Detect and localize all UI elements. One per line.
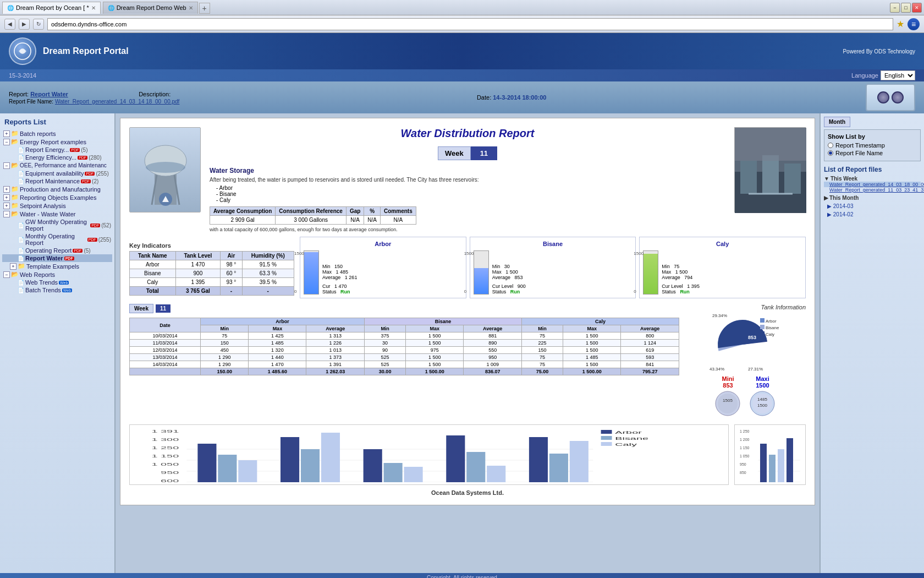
month-button[interactable]: Month (824, 117, 850, 127)
sidebar-item-energy-efficiency[interactable]: 📄 Energy Efficiency... PDF (280) (2, 154, 112, 161)
tank-info-title: Tank Information (685, 304, 806, 310)
svg-text:1505: 1505 (723, 398, 733, 403)
radio-timestamp[interactable]: Report Timestamp (828, 142, 917, 149)
active-tab[interactable]: 🌐 Dream Report by Ocean [ * ✕ (2, 2, 101, 14)
file-name-label: Report File Name: (9, 99, 53, 105)
month-2014-03-group: ▶ 2014-03 (824, 203, 921, 209)
expand-water[interactable]: − (3, 211, 10, 217)
sidebar-item-template[interactable]: + 📁 Template Exampels (2, 262, 112, 270)
svg-text:950: 950 (740, 462, 746, 466)
show-list-title: Show List by (828, 133, 917, 140)
sidebar-item-report-energy[interactable]: 📄 Report Energy... PDF (5) (2, 146, 112, 154)
count2: (280) (89, 155, 101, 161)
expand-reporting[interactable]: + (3, 194, 10, 201)
right-panel: Month Show List by Report Timestamp Repo… (820, 113, 924, 573)
list-of-files: List of Report files ▼ This Week Water_R… (824, 166, 921, 217)
expand-oee[interactable]: − (3, 162, 10, 169)
close-btn[interactable]: ✕ (912, 3, 922, 13)
cell: 950 (464, 354, 522, 361)
svg-rect-70 (570, 441, 588, 482)
expand-energy[interactable]: − (3, 139, 10, 145)
cell: 1 500 (406, 332, 464, 340)
maxi-gauge: Maxi 1500 1485 1500 (747, 375, 778, 419)
batch-label: Batch reports (20, 130, 56, 137)
sidebar-item-batch[interactable]: + 📁 Batch reports (2, 129, 112, 138)
expand-batch[interactable]: + (3, 130, 10, 137)
month-2014-02-link[interactable]: ▶ 2014-02 (824, 211, 921, 217)
week-number: 11 (471, 146, 497, 160)
sidebar-item-production[interactable]: + 📁 Production and Manufacturing (2, 185, 112, 193)
cell: 1 500.00 (563, 368, 621, 375)
doc-icon9: 📄 (18, 280, 24, 286)
refresh-btn[interactable]: ↻ (33, 19, 44, 30)
browser-menu-btn[interactable]: ≡ (908, 18, 920, 30)
inactive-tab[interactable]: 🌐 Dream Report Demo Web ✕ (103, 2, 198, 14)
pdf-badge3: PDF (85, 172, 95, 176)
folder-icon9: 📂 (11, 271, 19, 278)
cell-pct: N/A (364, 216, 381, 225)
sidebar-item-maintenance[interactable]: 📄 Report Maintenance PDF (2) (2, 177, 112, 185)
th-bisane-min: Min (364, 325, 405, 332)
tab-close-btn2[interactable]: ✕ (189, 5, 193, 11)
forward-btn[interactable]: ▶ (19, 19, 30, 30)
svg-text:Arbor: Arbor (766, 319, 777, 324)
sidebar-item-setpoint[interactable]: + 📁 Setpoint Analysis (2, 201, 112, 210)
file-link-2[interactable]: Water_Report_generated_11_03_23_41_37.pd… (824, 187, 921, 193)
sidebar-item-water[interactable]: − 📂 Water - Waste Water (2, 210, 112, 218)
expand-web[interactable]: − (3, 271, 10, 278)
svg-rect-65 (446, 435, 465, 482)
caly-scale: 1500 0 (634, 251, 644, 294)
radio-filename[interactable]: Report File Name (828, 150, 917, 156)
th-caly-max: Max (563, 325, 621, 332)
maximize-btn[interactable]: □ (901, 3, 911, 13)
svg-rect-80 (760, 444, 767, 482)
sidebar-item-monthly-operating[interactable]: 📄 Monthly Operating Report PDF (255) (2, 232, 112, 247)
file-name-link[interactable]: Water_Report_generated_14_03_14 18_00_00… (55, 99, 179, 105)
expand-setpoint[interactable]: + (3, 203, 10, 209)
sidebar-item-energy-examples[interactable]: − 📂 Energy Report examples (2, 138, 112, 146)
minimize-btn[interactable]: − (890, 3, 900, 13)
back-btn[interactable]: ◀ (4, 19, 15, 30)
month-2014-03-link[interactable]: ▶ 2014-03 (824, 203, 921, 209)
expand-this-month[interactable]: ▶ (824, 195, 828, 201)
new-tab-btn[interactable]: + (199, 3, 210, 14)
sidebar-item-equip[interactable]: 📄 Equipment availability PDF (255) (2, 170, 112, 177)
sidebar-item-gw-monthly[interactable]: 📄 GW Monthly Operating Report PDF (52) (2, 218, 112, 232)
cell: 1 500 (406, 354, 464, 361)
arbor-stats: Min 150 Max 1 485 Average 1 261 Cur 1 47… (322, 264, 357, 295)
caly-bar-container: 1500 0 (643, 250, 658, 295)
charts-row: 1 391 1 300 1 250 1 150 1 050 950 600 Ar… (129, 424, 806, 485)
weekly-data: Week 11 Date Arbor Bisane Caly (129, 304, 679, 419)
camera-controls[interactable] (866, 84, 915, 111)
expand-template[interactable]: + (10, 263, 16, 270)
energy-examples-label: Energy Report examples (20, 139, 86, 145)
list-files-title: List of Report files (824, 166, 921, 173)
expand-this-week[interactable]: ▼ (824, 176, 829, 182)
browser-titlebar: 🌐 Dream Report by Ocean [ * ✕ 🌐 Dream Re… (0, 0, 924, 15)
operating-label: Operating Report (25, 247, 72, 254)
sidebar-item-report-water[interactable]: 📄 Report Water PDF (2, 254, 112, 262)
svg-rect-83 (787, 438, 793, 482)
report-name-link[interactable]: Report Water (30, 91, 68, 97)
cell-arbor: Arbor (130, 260, 176, 269)
sidebar-item-batch-trends[interactable]: 📄 Batch Trends Web (2, 286, 112, 294)
expand-production[interactable]: + (3, 186, 10, 193)
cell: 1 485 (249, 340, 306, 347)
sidebar-item-operating[interactable]: 📄 Operating Report PDF (5) (2, 247, 112, 254)
sidebar-item-web-reports[interactable]: − 📂 Web Reports (2, 270, 112, 279)
energy-efficiency-label: Energy Efficiency... (25, 154, 76, 161)
sidebar-item-oee[interactable]: − 📂 OEE, Performance and Maintenanc (2, 161, 112, 170)
mini-maxi-gauges: Mini 853 1505 (685, 375, 806, 419)
sidebar-item-web-trends[interactable]: 📄 Web Trends Web (2, 279, 112, 286)
maxi-gauge-svg: 1485 1500 (747, 389, 778, 419)
language-select[interactable]: English (881, 70, 915, 80)
file-link-1[interactable]: Water_Report_generated_14_03_18_00_00.pd… (824, 182, 921, 187)
address-bar[interactable] (47, 18, 893, 30)
cell-avg: 2 909 Gal (210, 216, 276, 225)
bookmark-star[interactable]: ★ (897, 19, 904, 29)
arbor-gauge: Arbor 1500 0 Min 150 (300, 237, 466, 298)
tab-close-btn[interactable]: ✕ (91, 5, 96, 11)
sidebar-item-reporting[interactable]: + 📁 Reporting Objects Examples (2, 193, 112, 201)
svg-text:1 250: 1 250 (740, 429, 750, 433)
cell: 1 226 (306, 340, 365, 347)
